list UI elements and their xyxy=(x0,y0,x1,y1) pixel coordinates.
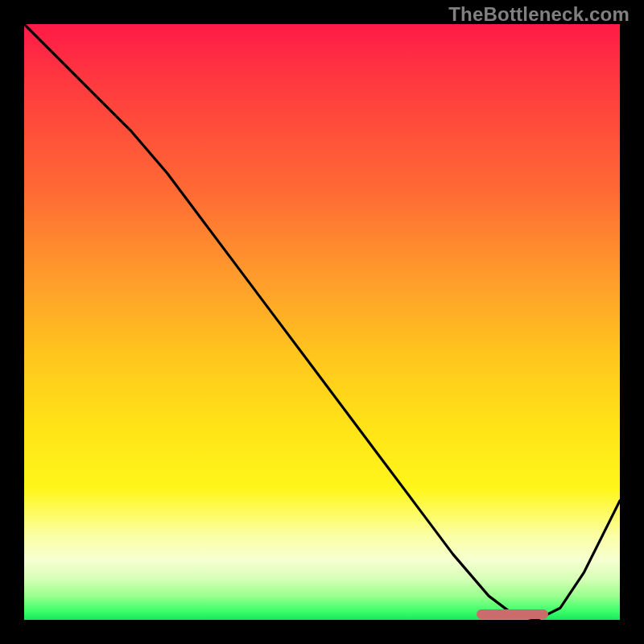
image-root: TheBottleneck.com xyxy=(0,0,644,644)
bottleneck-curve xyxy=(24,24,620,620)
curve-overlay xyxy=(24,24,620,620)
plot-area xyxy=(24,24,620,620)
watermark-text: TheBottleneck.com xyxy=(448,3,630,26)
optimum-marker xyxy=(477,609,548,619)
